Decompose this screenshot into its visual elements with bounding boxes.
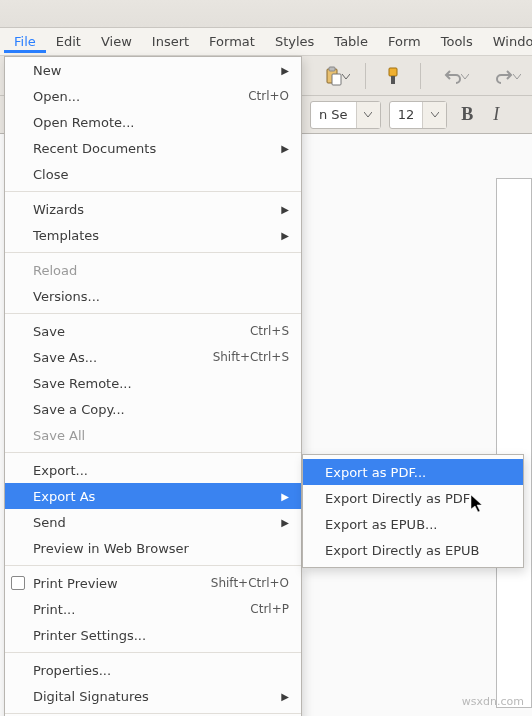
submenu-arrow-icon: ▶ xyxy=(277,517,289,528)
svg-rect-3 xyxy=(389,68,397,76)
menu-table[interactable]: Table xyxy=(324,30,378,53)
menu-item-digital-signatures[interactable]: Digital Signatures▶ xyxy=(5,683,301,709)
chevron-down-icon xyxy=(513,74,521,80)
menu-separator xyxy=(5,191,301,192)
menu-item-label: Printer Settings... xyxy=(33,628,289,643)
menu-item-shortcut: Ctrl+O xyxy=(248,89,289,103)
menu-item-shortcut: Ctrl+S xyxy=(250,324,289,338)
menu-format[interactable]: Format xyxy=(199,30,265,53)
menu-item-save-a-copy[interactable]: Save a Copy... xyxy=(5,396,301,422)
menu-item-label: Open... xyxy=(33,89,248,104)
font-size-value: 12 xyxy=(390,107,423,122)
menu-item-save-all: Save All xyxy=(5,422,301,448)
submenu-item-export-directly-as-epub[interactable]: Export Directly as EPUB xyxy=(303,537,523,563)
menu-item-label: Save a Copy... xyxy=(33,402,289,417)
menu-item-label: Save All xyxy=(33,428,289,443)
undo-button[interactable] xyxy=(431,61,475,91)
submenu-item-label: Export as PDF... xyxy=(325,465,426,480)
menu-form[interactable]: Form xyxy=(378,30,431,53)
menu-item-new[interactable]: New▶ xyxy=(5,57,301,83)
menu-edit[interactable]: Edit xyxy=(46,30,91,53)
menu-item-label: Open Remote... xyxy=(33,115,289,130)
menu-item-printer-settings[interactable]: Printer Settings... xyxy=(5,622,301,648)
menu-item-versions[interactable]: Versions... xyxy=(5,283,301,309)
svg-rect-2 xyxy=(332,74,341,85)
redo-button[interactable] xyxy=(482,61,526,91)
redo-icon xyxy=(495,68,513,84)
menu-item-label: Properties... xyxy=(33,663,289,678)
menu-item-open-remote[interactable]: Open Remote... xyxy=(5,109,301,135)
submenu-item-label: Export Directly as EPUB xyxy=(325,543,479,558)
menu-item-save-as[interactable]: Save As...Shift+Ctrl+S xyxy=(5,344,301,370)
svg-rect-1 xyxy=(329,67,335,71)
menu-separator xyxy=(5,565,301,566)
font-size-combo[interactable]: 12 xyxy=(389,101,448,129)
font-size-dropdown[interactable] xyxy=(422,102,446,128)
menu-item-label: Save As... xyxy=(33,350,213,365)
chevron-down-icon xyxy=(342,74,350,80)
submenu-arrow-icon: ▶ xyxy=(277,143,289,154)
menu-item-label: Save Remote... xyxy=(33,376,289,391)
paste-icon xyxy=(323,66,343,86)
menu-view[interactable]: View xyxy=(91,30,142,53)
menu-item-label: New xyxy=(33,63,277,78)
paintbrush-icon xyxy=(383,66,403,86)
menubar: File Edit View Insert Format Styles Tabl… xyxy=(0,28,532,56)
submenu-item-export-directly-as-pdf[interactable]: Export Directly as PDF xyxy=(303,485,523,511)
menu-window[interactable]: Window xyxy=(483,30,532,53)
toolbar-separator xyxy=(365,63,366,89)
menu-item-label: Print... xyxy=(33,602,250,617)
font-name-dropdown[interactable] xyxy=(356,102,380,128)
menu-item-label: Save xyxy=(33,324,250,339)
menu-insert[interactable]: Insert xyxy=(142,30,199,53)
menu-item-save-remote[interactable]: Save Remote... xyxy=(5,370,301,396)
menu-item-send[interactable]: Send▶ xyxy=(5,509,301,535)
menu-styles[interactable]: Styles xyxy=(265,30,324,53)
chevron-down-icon xyxy=(461,74,469,80)
menu-item-print[interactable]: Print...Ctrl+P xyxy=(5,596,301,622)
menu-item-label: Reload xyxy=(33,263,289,278)
svg-rect-4 xyxy=(391,76,395,84)
document-page xyxy=(496,178,532,708)
bold-button[interactable]: B xyxy=(455,104,479,125)
font-name-combo[interactable]: n Se xyxy=(310,101,381,129)
menu-item-recent-documents[interactable]: Recent Documents▶ xyxy=(5,135,301,161)
menu-item-save[interactable]: SaveCtrl+S xyxy=(5,318,301,344)
chevron-down-icon xyxy=(364,112,372,118)
menu-separator xyxy=(5,713,301,714)
menu-item-reload: Reload xyxy=(5,257,301,283)
menu-item-templates[interactable]: Templates▶ xyxy=(5,222,301,248)
menu-tools[interactable]: Tools xyxy=(431,30,483,53)
submenu-item-export-as-pdf[interactable]: Export as PDF... xyxy=(303,459,523,485)
menu-separator xyxy=(5,652,301,653)
menu-item-shortcut: Shift+Ctrl+O xyxy=(211,576,289,590)
menu-item-open[interactable]: Open...Ctrl+O xyxy=(5,83,301,109)
submenu-item-export-as-epub[interactable]: Export as EPUB... xyxy=(303,511,523,537)
menu-item-label: Export As xyxy=(33,489,277,504)
submenu-arrow-icon: ▶ xyxy=(277,691,289,702)
menu-item-label: Templates xyxy=(33,228,277,243)
menu-item-wizards[interactable]: Wizards▶ xyxy=(5,196,301,222)
menu-file[interactable]: File xyxy=(4,30,46,53)
menu-item-shortcut: Ctrl+P xyxy=(250,602,289,616)
window-titlebar xyxy=(0,0,532,28)
menu-item-export[interactable]: Export... xyxy=(5,457,301,483)
menu-item-label: Versions... xyxy=(33,289,289,304)
toolbar-separator xyxy=(420,63,421,89)
menu-item-print-preview[interactable]: Print PreviewShift+Ctrl+O xyxy=(5,570,301,596)
submenu-arrow-icon: ▶ xyxy=(277,65,289,76)
menu-separator xyxy=(5,452,301,453)
menu-item-close[interactable]: Close xyxy=(5,161,301,187)
menu-item-label: Send xyxy=(33,515,277,530)
menu-item-shortcut: Shift+Ctrl+S xyxy=(213,350,289,364)
submenu-arrow-icon: ▶ xyxy=(277,204,289,215)
paste-button[interactable] xyxy=(311,61,355,91)
menu-item-preview-in-web-browser[interactable]: Preview in Web Browser xyxy=(5,535,301,561)
menu-item-export-as[interactable]: Export As▶ xyxy=(5,483,301,509)
format-paintbrush-button[interactable] xyxy=(376,61,410,91)
menu-item-label: Close xyxy=(33,167,289,182)
menu-item-properties[interactable]: Properties... xyxy=(5,657,301,683)
menu-item-label: Preview in Web Browser xyxy=(33,541,289,556)
watermark-text: wsxdn.com xyxy=(462,695,524,708)
italic-button[interactable]: I xyxy=(487,104,505,125)
